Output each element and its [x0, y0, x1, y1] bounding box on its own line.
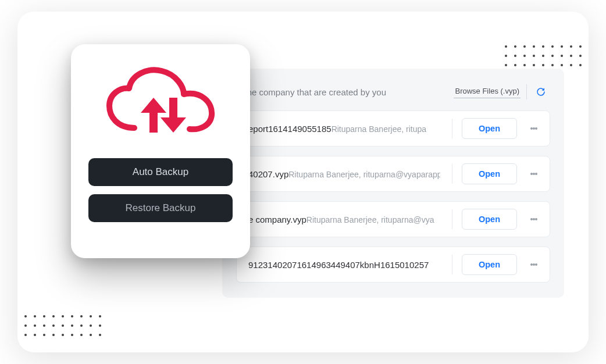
open-button[interactable]: Open [462, 118, 517, 139]
file-meta: Rituparna Banerjee, ritupa [331, 124, 426, 134]
open-button[interactable]: Open [462, 254, 517, 275]
file-row: 91231402071614963449407kbnH1615010257 Op… [236, 247, 550, 283]
more-menu-button[interactable] [526, 165, 541, 183]
browse-files-link[interactable]: Browse Files (.vyp) [454, 85, 521, 98]
file-name: 91231402071614963449407kbnH1615010257 [248, 260, 440, 270]
dots-decor-top [505, 45, 582, 66]
open-button[interactable]: Open [462, 163, 517, 184]
file-name-text: eport1614149055185 [248, 124, 331, 134]
more-menu-button[interactable] [526, 256, 541, 273]
divider [452, 119, 452, 138]
file-rows: eport1614149055185Rituparna Banerjee, ri… [236, 110, 550, 283]
main-card: e the company that are created by you Br… [17, 12, 589, 352]
file-row: e company.vypRituparna Banerjee, ritupar… [236, 201, 550, 237]
file-name: eport1614149055185Rituparna Banerjee, ri… [248, 124, 440, 134]
refresh-button[interactable] [533, 84, 549, 100]
panel-header-actions: Browse Files (.vyp) [454, 84, 549, 100]
file-meta: Rituparna Banerjee, rituparna@vya [306, 215, 434, 224]
backup-card: Auto Backup Restore Backup [71, 44, 250, 258]
panel-title: e the company that are created by you [237, 87, 454, 97]
file-name-text: 40207.vyp [248, 169, 288, 179]
more-menu-button[interactable] [526, 210, 541, 228]
refresh-icon [536, 87, 546, 97]
divider [526, 84, 527, 99]
dots-decor-bottom [24, 315, 101, 336]
file-row: eport1614149055185Rituparna Banerjee, ri… [236, 110, 550, 147]
file-name: e company.vypRituparna Banerjee, ritupar… [248, 215, 440, 224]
divider [452, 164, 452, 184]
cloud-sync-icon [102, 64, 219, 148]
file-meta: Rituparna Banerjee, rituparna@vyaparapp [288, 170, 440, 179]
file-name-text: 91231402071614963449407kbnH1615010257 [248, 260, 429, 270]
file-name-text: e company.vyp [248, 215, 306, 224]
file-row: 40207.vypRituparna Banerjee, rituparna@v… [236, 156, 550, 192]
company-files-panel: e the company that are created by you Br… [222, 69, 564, 298]
more-menu-button[interactable] [526, 120, 541, 137]
panel-header: e the company that are created by you Br… [236, 81, 550, 110]
divider [452, 255, 452, 274]
restore-backup-button[interactable]: Restore Backup [88, 194, 233, 222]
open-button[interactable]: Open [462, 209, 517, 230]
auto-backup-button[interactable]: Auto Backup [88, 158, 233, 186]
file-name: 40207.vypRituparna Banerjee, rituparna@v… [248, 169, 440, 179]
divider [452, 209, 452, 229]
